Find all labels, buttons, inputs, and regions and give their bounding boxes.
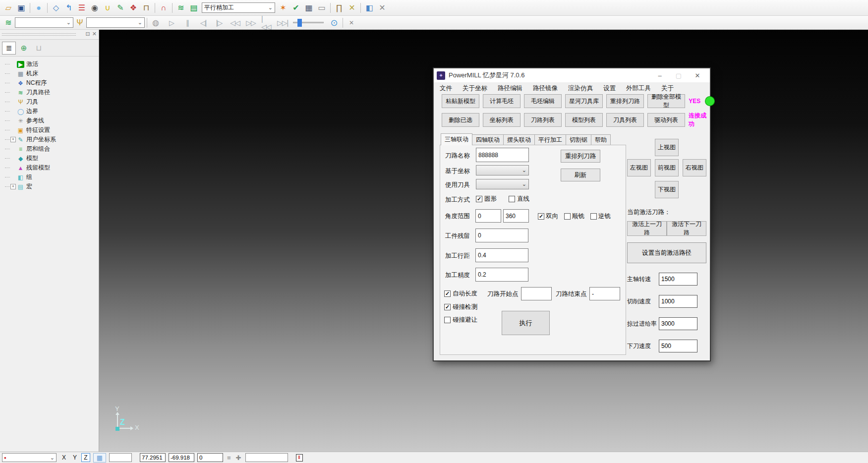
grid-size-input[interactable] — [109, 453, 132, 462]
speed-input[interactable] — [659, 295, 697, 308]
explorer-tree-tab[interactable]: ≣ — [2, 42, 16, 55]
start-point-input[interactable] — [521, 287, 552, 300]
dialog-button[interactable]: 重排列刀路 — [606, 94, 644, 108]
collision-check-checkbox[interactable] — [444, 304, 451, 310]
minimize-button[interactable]: – — [650, 69, 669, 81]
rearrange-toolpath-button[interactable]: 重排列刀路 — [561, 150, 600, 163]
compare-cubes-icon[interactable]: ◧ — [363, 2, 375, 14]
go-end-icon[interactable]: ▷▷| — [277, 17, 289, 29]
view-right-button[interactable]: 右视图 — [683, 159, 706, 176]
tree-item[interactable]: ▲ 残留模型 — [3, 163, 99, 173]
sim-toolpath-dropdown[interactable]: ⌄ — [15, 17, 73, 28]
leads-icon[interactable]: ∪ — [102, 2, 114, 14]
based-coord-dropdown[interactable]: ⌄ — [476, 165, 529, 175]
toolpath-name-input[interactable] — [476, 148, 529, 162]
axis-toggle-button[interactable]: Z — [81, 453, 90, 462]
checkbox-option[interactable]: 双向 — [538, 212, 558, 221]
tool-holder-icon[interactable]: ⊓ — [140, 2, 152, 14]
dialog-button[interactable]: 模型列表 — [565, 113, 603, 127]
execute-button[interactable]: 执行 — [502, 311, 550, 335]
sep[interactable] — [28, 2, 32, 14]
speed-input[interactable] — [659, 273, 697, 286]
expand-icon[interactable] — [10, 109, 16, 114]
menu-item[interactable]: 外部工具 — [626, 84, 651, 93]
dialog-button[interactable]: 粘贴新模型 — [442, 94, 479, 108]
speed-input[interactable] — [659, 317, 697, 330]
expand-icon[interactable] — [10, 80, 16, 86]
checkbox[interactable] — [509, 196, 515, 202]
sep[interactable] — [171, 2, 174, 14]
explorer-trash-tab[interactable]: ⊔ — [32, 42, 46, 55]
view-front-button[interactable]: 前视图 — [655, 159, 679, 176]
view-top-button[interactable]: 上视图 — [655, 139, 679, 156]
tree-item[interactable]: + ✎ 用户坐标系 — [3, 135, 99, 144]
clock-icon[interactable]: ⊙ — [328, 17, 340, 29]
tree-item[interactable]: ◆ 模型 — [3, 154, 99, 163]
dialog-titlebar[interactable]: ✦ PowerMILL 忆梦星河 7.0.6 – ▢ ✕ — [434, 68, 710, 82]
shade-lamp-icon[interactable]: ◍ — [150, 17, 162, 29]
view-left-button[interactable]: 左视图 — [627, 159, 651, 176]
page-pause-icon[interactable]: ‖ — [296, 454, 303, 462]
dialog-button[interactable]: 刀路列表 — [524, 113, 562, 127]
auto-length-checkbox[interactable] — [444, 290, 451, 297]
dialog-button[interactable]: 删除已选 — [442, 113, 479, 127]
tree-item[interactable]: ❖ NC程序 — [3, 78, 99, 88]
dialog-tab[interactable]: 三轴联动 — [441, 133, 472, 145]
dialog-button[interactable]: 毛坯编辑 — [524, 94, 562, 108]
sep[interactable] — [329, 2, 332, 14]
float-panel-icon[interactable]: ⊡ — [86, 31, 90, 37]
axis-toggle-button[interactable]: Y — [70, 453, 79, 462]
dialog-button[interactable]: 刀具列表 — [606, 113, 644, 127]
maximize-button[interactable]: ▢ — [669, 69, 688, 81]
ruler-icon[interactable]: ▭ — [316, 2, 328, 14]
workplane-edit-icon[interactable]: ✎ — [115, 2, 126, 14]
checkbox[interactable] — [538, 213, 544, 220]
activate-next-toolpath-button[interactable]: 激活下一刀路 — [667, 221, 706, 236]
toolbar-close-icon[interactable]: ✕ — [376, 2, 388, 14]
auto-length-option[interactable]: 自动长度 — [444, 289, 477, 298]
collision-avoid-option[interactable]: 碰撞避让 — [444, 316, 477, 324]
dock-grip[interactable] — [2, 33, 76, 36]
strategy-list-icon[interactable]: ▤ — [188, 2, 200, 14]
dialog-tab[interactable]: 摆头联动 — [503, 134, 535, 145]
set-active-path-button[interactable]: 设置当前激活路径 — [627, 242, 706, 263]
slider-handle[interactable] — [297, 19, 302, 27]
stepover-input[interactable] — [475, 248, 528, 262]
tree-item[interactable]: ≋ 刀具路径 — [3, 88, 99, 97]
drill-icon[interactable]: ∩ — [158, 2, 170, 14]
sim-tool-dropdown[interactable]: ⌄ — [86, 17, 145, 28]
menu-item[interactable]: 文件 — [440, 84, 452, 93]
expand-icon[interactable]: + — [10, 137, 16, 142]
tree-item[interactable]: ✳ 参考线 — [3, 116, 99, 125]
print-preview-icon[interactable]: ● — [33, 2, 45, 14]
expand-icon[interactable] — [10, 99, 16, 105]
checkbox-option[interactable]: 圆形 — [476, 195, 497, 203]
expand-icon[interactable] — [10, 174, 16, 180]
close-button[interactable]: ✕ — [688, 69, 707, 81]
checkbox-option[interactable]: 逆铣 — [590, 212, 611, 221]
menu-item[interactable]: 关于坐标 — [463, 84, 487, 93]
menu-item[interactable]: 设置 — [603, 84, 616, 93]
tree-item[interactable]: ▶ 激活 — [3, 59, 99, 69]
tree-item[interactable]: ◧ 组 — [3, 173, 99, 182]
feed-rate-icon[interactable]: ☰ — [76, 2, 88, 14]
step-back-icon[interactable]: ◁| — [197, 17, 209, 29]
angle-to-input[interactable] — [503, 209, 529, 223]
calculator-icon[interactable]: ▦ — [303, 2, 315, 14]
dialog-button[interactable]: 驱动列表 — [647, 113, 685, 127]
end-point-input[interactable] — [589, 287, 620, 300]
menu-item[interactable]: 渲染仿真 — [568, 84, 593, 93]
tolerance-input[interactable] — [475, 268, 528, 282]
dialog-tab[interactable]: 帮助 — [591, 134, 611, 145]
dialog-button[interactable]: 坐标列表 — [483, 113, 521, 127]
axis-toggle-button[interactable]: X — [59, 453, 68, 462]
checkbox[interactable] — [590, 213, 597, 220]
statusbar-dropdown[interactable]: ● ⌄ — [2, 453, 57, 462]
tree-item[interactable]: ≡ 层和组合 — [3, 144, 99, 154]
tree-item[interactable]: ▣ 特征设置 — [3, 125, 99, 135]
menu-item[interactable]: 路径编辑 — [498, 84, 522, 93]
save-icon[interactable]: ▣ — [15, 2, 27, 14]
open-file-icon[interactable]: ▱ — [2, 2, 14, 14]
pause-icon[interactable]: ∥ — [181, 17, 193, 29]
checkbox[interactable] — [564, 213, 571, 220]
